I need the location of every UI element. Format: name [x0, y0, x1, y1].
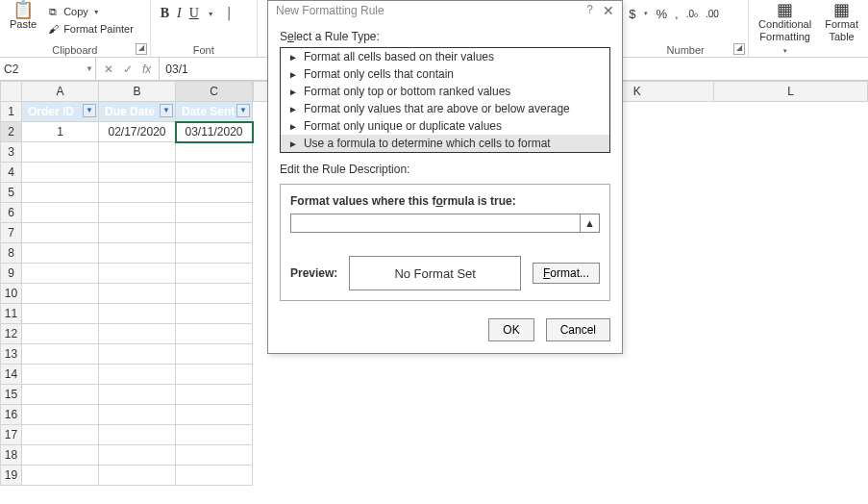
- conditional-formatting-button[interactable]: ▦ ConditionalFormatting ▾: [755, 2, 815, 59]
- help-icon[interactable]: ?: [586, 3, 593, 16]
- cell[interactable]: [176, 203, 253, 223]
- underline-button[interactable]: U: [189, 6, 199, 21]
- table-header-cell[interactable]: Due Date▼: [99, 102, 176, 122]
- row-header[interactable]: 19: [1, 466, 22, 486]
- cell[interactable]: [99, 163, 176, 183]
- fx-icon[interactable]: fx: [142, 63, 151, 76]
- rule-type-item[interactable]: ►Format all cells based on their values: [281, 48, 609, 65]
- dialog-titlebar[interactable]: New Formatting Rule ? ✕: [268, 1, 622, 20]
- active-cell[interactable]: 03/11/2020: [176, 122, 253, 142]
- cell[interactable]: [99, 284, 176, 304]
- percent-button[interactable]: %: [656, 7, 667, 21]
- chevron-down-icon[interactable]: ▼: [86, 64, 93, 73]
- cell[interactable]: [22, 142, 99, 163]
- rule-type-list[interactable]: ►Format all cells based on their values►…: [280, 47, 610, 153]
- decrease-decimal-button[interactable]: .00: [706, 9, 719, 19]
- format-painter-button[interactable]: 🖌 Format Painter: [44, 21, 136, 37]
- cell[interactable]: 02/17/2020: [99, 122, 176, 142]
- row-header[interactable]: 3: [1, 142, 22, 163]
- cell[interactable]: [99, 243, 176, 264]
- cell[interactable]: [176, 163, 253, 183]
- cell[interactable]: [99, 203, 176, 223]
- range-picker-icon[interactable]: ▲: [581, 214, 600, 233]
- rule-type-item[interactable]: ►Format only unique or duplicate values: [281, 117, 609, 135]
- cell[interactable]: [22, 284, 99, 304]
- cell[interactable]: [22, 163, 99, 183]
- cell[interactable]: [176, 284, 253, 304]
- cell[interactable]: [22, 385, 99, 405]
- cell[interactable]: [99, 264, 176, 284]
- cell[interactable]: [99, 425, 176, 445]
- name-box[interactable]: C2 ▼: [0, 58, 96, 80]
- chevron-down-icon[interactable]: ▼: [208, 11, 214, 17]
- cell[interactable]: [99, 223, 176, 243]
- cancel-button[interactable]: Cancel: [546, 318, 610, 341]
- enter-formula-icon[interactable]: ✓: [123, 63, 133, 76]
- cell[interactable]: [22, 365, 99, 385]
- rule-type-item[interactable]: ►Format only top or bottom ranked values: [281, 83, 609, 100]
- rule-type-item[interactable]: ►Format only cells that contain: [281, 65, 609, 83]
- cell[interactable]: [99, 304, 176, 324]
- increase-decimal-button[interactable]: .0₀: [686, 9, 698, 19]
- row-header[interactable]: 10: [1, 284, 22, 304]
- cell[interactable]: [22, 405, 99, 425]
- column-header[interactable]: C: [176, 82, 253, 102]
- row-header[interactable]: 13: [1, 344, 22, 365]
- row-header[interactable]: 15: [1, 385, 22, 405]
- row-header[interactable]: 9: [1, 264, 22, 284]
- cell[interactable]: [176, 264, 253, 284]
- row-header[interactable]: 8: [1, 243, 22, 264]
- row-header[interactable]: 17: [1, 425, 22, 445]
- cell[interactable]: [22, 304, 99, 324]
- row-header[interactable]: 11: [1, 304, 22, 324]
- cell[interactable]: [176, 385, 253, 405]
- cell[interactable]: [99, 324, 176, 344]
- cell[interactable]: 1: [22, 122, 99, 142]
- copy-button[interactable]: ⧉ Copy ▼: [44, 4, 136, 19]
- column-header[interactable]: A: [22, 82, 99, 102]
- cell[interactable]: [176, 223, 253, 243]
- table-header-cell[interactable]: Order ID▼: [22, 102, 99, 122]
- row-header[interactable]: 12: [1, 324, 22, 344]
- select-all-corner[interactable]: [1, 82, 22, 102]
- currency-button[interactable]: $: [629, 7, 635, 21]
- cell[interactable]: [22, 466, 99, 486]
- dialog-launcher-number[interactable]: ◢: [733, 43, 745, 55]
- cell[interactable]: [99, 466, 176, 486]
- cell[interactable]: [22, 264, 99, 284]
- filter-icon[interactable]: ▼: [83, 104, 96, 117]
- cell[interactable]: [176, 365, 253, 385]
- cell[interactable]: [176, 344, 253, 365]
- cell[interactable]: [176, 445, 253, 466]
- format-as-table-button[interactable]: ▦ FormatTable: [821, 2, 862, 59]
- format-button[interactable]: Format...: [533, 263, 600, 284]
- cell[interactable]: [22, 425, 99, 445]
- italic-button[interactable]: I: [177, 6, 182, 21]
- comma-button[interactable]: ,: [675, 7, 679, 21]
- filter-icon[interactable]: ▼: [236, 104, 250, 117]
- rule-type-item[interactable]: ►Format only values that are above or be…: [281, 100, 609, 117]
- cell[interactable]: [22, 445, 99, 466]
- cell[interactable]: [99, 385, 176, 405]
- row-header[interactable]: 1: [1, 102, 22, 122]
- table-header-cell[interactable]: Date Sent▼: [176, 102, 253, 122]
- cell[interactable]: [176, 425, 253, 445]
- row-header[interactable]: 2: [1, 122, 22, 142]
- rule-type-item[interactable]: ►Use a formula to determine which cells …: [281, 135, 609, 152]
- cell[interactable]: [99, 405, 176, 425]
- cell[interactable]: [176, 466, 253, 486]
- cancel-formula-icon[interactable]: ✕: [104, 63, 113, 76]
- cell[interactable]: [99, 445, 176, 466]
- close-icon[interactable]: ✕: [603, 3, 614, 18]
- row-header[interactable]: 7: [1, 223, 22, 243]
- column-header[interactable]: B: [99, 82, 176, 102]
- row-header[interactable]: 16: [1, 405, 22, 425]
- cell[interactable]: [176, 324, 253, 344]
- cell[interactable]: [176, 243, 253, 264]
- row-header[interactable]: 18: [1, 445, 22, 466]
- cell[interactable]: [99, 365, 176, 385]
- cell[interactable]: [176, 405, 253, 425]
- cell[interactable]: [22, 243, 99, 264]
- dialog-launcher-clipboard[interactable]: ◢: [136, 43, 147, 55]
- row-header[interactable]: 4: [1, 163, 22, 183]
